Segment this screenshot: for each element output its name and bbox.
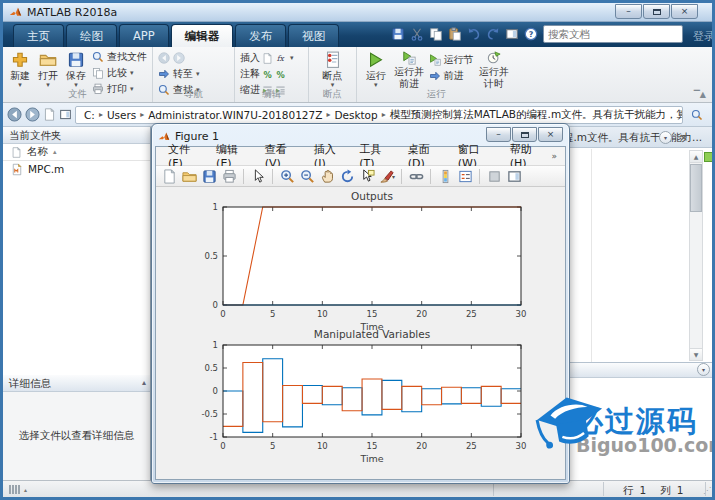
show-plot-tools-icon[interactable]: [505, 168, 523, 185]
file-row-mpc[interactable]: MPC.m: [3, 161, 150, 177]
goto-button[interactable]: 转至▾: [158, 67, 229, 81]
name-column-header[interactable]: 名称 ▴: [3, 144, 150, 161]
crumb-desktop[interactable]: Desktop: [334, 109, 377, 121]
resize-grip[interactable]: ⋰: [703, 486, 710, 495]
crumb-drive[interactable]: C:: [84, 109, 95, 121]
forward-icon[interactable]: [25, 107, 40, 122]
advance-button[interactable]: 前进: [429, 69, 474, 83]
breakpoints-button[interactable]: 断点▾: [316, 50, 350, 89]
figure-maximize-icon: [521, 132, 529, 138]
svg-text:15: 15: [367, 309, 378, 319]
find-files-button[interactable]: 查找文件: [92, 50, 147, 64]
scrollbar-thumb[interactable]: [690, 164, 702, 212]
svg-text:20: 20: [416, 309, 427, 319]
doc-search-input[interactable]: [544, 28, 684, 40]
figure-canvas[interactable]: 05101520253000.51OutputsTime051015202530…: [156, 187, 565, 479]
hide-plot-tools-icon[interactable]: [485, 168, 503, 185]
new-button[interactable]: 新建▾: [8, 50, 32, 89]
print-figure-icon[interactable]: [220, 168, 238, 185]
insert-colorbar-icon[interactable]: [436, 168, 454, 185]
help-icon[interactable]: [524, 27, 538, 41]
window-title: MATLAB R2018a: [27, 6, 117, 19]
editor-tab-close-icon[interactable]: ×: [679, 131, 688, 144]
collapse-ribbon-button[interactable]: ▔▲: [694, 91, 706, 99]
editor-tab-menu-icon[interactable]: ▾: [659, 131, 672, 144]
crumb-users[interactable]: Users: [107, 109, 136, 121]
scroll-down-icon[interactable]: ▼: [690, 348, 702, 360]
paste-icon[interactable]: [448, 27, 462, 41]
edit-plot-icon[interactable]: [249, 168, 267, 185]
compare-button[interactable]: 比较▾: [92, 66, 147, 80]
save-icon: [67, 51, 85, 69]
save-figure-icon[interactable]: [200, 168, 218, 185]
zoom-out-icon[interactable]: [298, 168, 316, 185]
breadcrumb[interactable]: C: ▸ Users ▸ Administrator.WIN7U-2018012…: [75, 106, 683, 124]
breakpoints-icon: [324, 51, 342, 69]
sign-in-link[interactable]: 登录: [693, 29, 715, 44]
open-button[interactable]: 打开▾: [36, 50, 60, 89]
link-plot-icon[interactable]: [407, 168, 425, 185]
menubar-chevron-icon[interactable]: »: [551, 151, 561, 161]
crumb-admin[interactable]: Administrator.WIN7U-20180127Z: [148, 109, 322, 121]
tab-plots[interactable]: 绘图: [66, 24, 117, 47]
figure-client-area: 文件(F) 编辑(E) 查看(V) 插入(I) 工具(T) 桌面(D) 窗口(W…: [155, 146, 566, 480]
ribbon-group-file: 新建▾ 打开▾ 保存▾ 查找文件 比较▾: [3, 47, 153, 102]
comment-row[interactable]: 注释: [240, 67, 303, 81]
uncomment-icon: [275, 69, 286, 80]
save-button[interactable]: 保存▾: [64, 50, 88, 89]
svg-text:1: 1: [213, 340, 218, 350]
crumb-folder[interactable]: 模型预测控制算法MATLAB的编程.m文件。具有抗干扰能力，算法优异: [390, 108, 683, 122]
insert-legend-icon[interactable]: [456, 168, 474, 185]
brush-icon[interactable]: ▾: [378, 168, 396, 185]
minimize-button[interactable]: –: [615, 4, 642, 19]
run-and-advance-button[interactable]: 运行并前进: [394, 50, 425, 89]
address-search-button[interactable]: [686, 106, 708, 124]
cut-icon[interactable]: [410, 27, 424, 41]
tab-view[interactable]: 视图: [288, 24, 339, 47]
run-button[interactable]: 运行▾: [362, 50, 390, 89]
maximize-button[interactable]: [643, 4, 670, 19]
code-analyzer-indicator[interactable]: [704, 152, 714, 162]
group-label-run: 运行: [357, 88, 515, 101]
tab-home[interactable]: 主页: [13, 24, 64, 47]
open-file-icon[interactable]: [180, 168, 198, 185]
up-one-level-icon[interactable]: [43, 108, 56, 121]
scroll-up-icon[interactable]: ▲: [690, 151, 702, 163]
run-and-time-button[interactable]: 运行并计时: [478, 50, 511, 89]
editor-vertical-scrollbar[interactable]: ▲ ▼: [689, 150, 703, 361]
m-file-icon: [11, 163, 23, 176]
undo-icon[interactable]: [467, 27, 481, 41]
figure-menu-bar: 文件(F) 编辑(E) 查看(V) 插入(I) 工具(T) 桌面(D) 窗口(W…: [156, 147, 565, 166]
run-section-button[interactable]: 运行节: [429, 53, 474, 67]
find-files-icon: [92, 51, 104, 63]
svg-text:10: 10: [317, 309, 328, 319]
new-figure-icon[interactable]: [160, 168, 178, 185]
graduation-cap-icon: [535, 391, 609, 465]
insert-row[interactable]: 插入 ▾: [240, 51, 303, 65]
tab-editor[interactable]: 编辑器: [171, 24, 234, 47]
ribbon-group-edit: 插入 ▾ 注释 缩进 编辑: [235, 47, 309, 102]
ribbon-group-breakpoints: 断点▾ 断点: [309, 47, 357, 102]
toolstrip-tabs: 主页 绘图 APP 编辑器 发布 视图: [13, 24, 341, 47]
tab-apps[interactable]: APP: [119, 24, 169, 47]
data-cursor-icon[interactable]: [358, 168, 376, 185]
layout-icon[interactable]: [505, 27, 519, 41]
goto-icon: [158, 68, 170, 80]
save-icon[interactable]: [391, 27, 405, 41]
tab-publish[interactable]: 发布: [235, 24, 286, 47]
pan-icon[interactable]: [318, 168, 336, 185]
redo-icon[interactable]: [486, 27, 500, 41]
copy-icon[interactable]: [429, 27, 443, 41]
browse-folder-icon[interactable]: [59, 108, 72, 121]
back-icon[interactable]: [7, 107, 22, 122]
close-button[interactable]: ×: [671, 4, 698, 19]
details-header[interactable]: 详细信息 ▴: [3, 375, 150, 392]
details-collapse-icon[interactable]: ▴: [142, 378, 146, 387]
svg-text:0.5: 0.5: [204, 251, 218, 261]
lower-pane-menu-icon[interactable]: ▾: [697, 363, 710, 376]
zoom-in-icon[interactable]: [278, 168, 296, 185]
run-and-advance-icon: [400, 51, 418, 65]
statusbar-grip[interactable]: ▴: [9, 485, 27, 494]
rotate-3d-icon[interactable]: [338, 168, 356, 185]
current-folder-header[interactable]: 当前文件夹: [3, 127, 150, 144]
